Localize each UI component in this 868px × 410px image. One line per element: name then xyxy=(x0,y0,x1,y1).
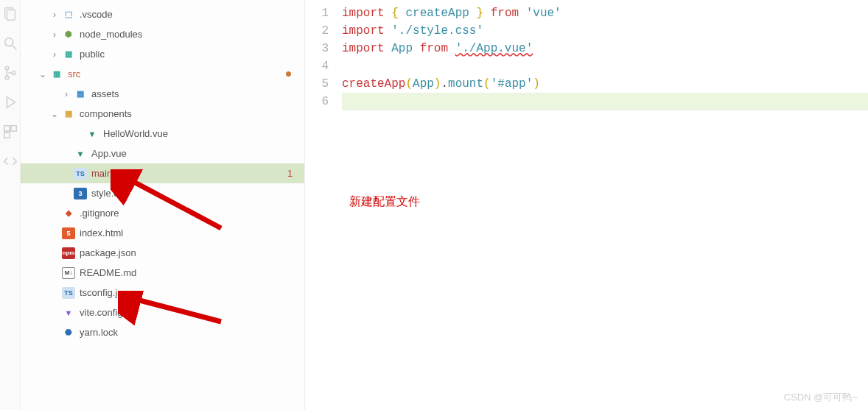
code-line-5: createApp(App).mount('#app') xyxy=(342,75,868,93)
tree-label: node_modules xyxy=(80,29,297,40)
tree-item-index-html[interactable]: 5index.html xyxy=(21,223,304,243)
tree-item-main-ts[interactable]: TSmain.ts1 xyxy=(21,163,304,183)
html-icon: 5 xyxy=(62,227,75,239)
watermark: CSDN @可可鸭~ xyxy=(784,391,858,404)
tree-label: style.css xyxy=(91,188,297,199)
chevron-icon xyxy=(49,287,60,299)
chevron-icon: › xyxy=(49,9,60,21)
tree-item-HelloWorld-vue[interactable]: ▼HelloWorld.vue xyxy=(21,124,304,144)
svg-rect-8 xyxy=(4,126,9,131)
tree-label: .vscode xyxy=(80,9,297,20)
tree-label: package.json xyxy=(80,247,297,258)
ts-icon: TS xyxy=(74,168,87,180)
tree-label: App.vue xyxy=(91,148,297,159)
tree-item-package-json[interactable]: npmpackage.json xyxy=(21,243,304,263)
tree-item-src[interactable]: ⌄▦src xyxy=(21,64,304,84)
tree-item-style-css[interactable]: 3style.css xyxy=(21,183,304,203)
explorer-icon[interactable] xyxy=(2,6,18,22)
svg-rect-1 xyxy=(7,10,15,21)
git-icon: ◆ xyxy=(62,208,75,219)
npm-icon: npm xyxy=(62,247,75,259)
tree-item-components[interactable]: ⌄▦components xyxy=(21,104,304,124)
node-icon: ⬢ xyxy=(62,29,75,40)
code-line-6 xyxy=(342,93,868,110)
code-line-3: import App from './App.vue' xyxy=(342,40,868,57)
tree-label: index.html xyxy=(80,227,297,238)
tree-item-yarn-lock[interactable]: ⬣yarn.lock xyxy=(21,322,304,342)
svg-point-5 xyxy=(5,76,9,79)
chevron-icon: › xyxy=(49,49,60,60)
tree-label: tsconfig.json xyxy=(80,287,297,298)
tree-label: .gitignore xyxy=(80,208,297,219)
chevron-icon: ⌄ xyxy=(37,68,49,80)
tree-label: README.md xyxy=(80,267,297,278)
ts-icon: TS xyxy=(62,287,75,299)
tree-item-node-modules[interactable]: ›⬢node_modules xyxy=(21,24,304,44)
tree-item-assets[interactable]: ›▦assets xyxy=(21,84,304,104)
code-line-2: import './style.css' xyxy=(342,22,868,40)
tree-item--gitignore[interactable]: ◆.gitignore xyxy=(21,203,304,223)
search-icon[interactable] xyxy=(2,35,18,52)
code-line-1: import { createApp } from 'vue' xyxy=(342,4,868,22)
tree-label: main.ts xyxy=(91,168,297,179)
svg-rect-10 xyxy=(4,132,9,138)
vue-icon: ▼ xyxy=(85,128,99,140)
modified-indicator xyxy=(286,71,291,77)
tree-label: src xyxy=(68,68,297,79)
extensions-icon[interactable] xyxy=(2,124,18,140)
editor-area: 123456 import { createApp } from 'vue' i… xyxy=(305,0,868,410)
line-number: 3 xyxy=(305,40,329,57)
chevron-icon xyxy=(60,168,72,180)
tree-item-App-vue[interactable]: ▼App.vue xyxy=(21,144,304,163)
code-line-4 xyxy=(342,57,868,75)
line-number: 4 xyxy=(305,57,329,75)
vscode-icon: ⬚ xyxy=(62,9,75,21)
tree-item-vite-config-ts[interactable]: ▼vite.config.ts xyxy=(21,303,304,322)
svg-marker-7 xyxy=(7,97,15,108)
svg-rect-9 xyxy=(10,126,15,131)
chevron-icon xyxy=(60,188,72,199)
error-count: 1 xyxy=(287,169,293,179)
tree-label: vite.config.ts xyxy=(80,307,297,318)
yarn-icon: ⬣ xyxy=(62,327,75,339)
run-debug-icon[interactable] xyxy=(2,94,18,110)
tree-label: yarn.lock xyxy=(80,327,297,338)
src-icon: ▦ xyxy=(50,68,63,80)
line-number: 6 xyxy=(305,93,329,110)
code-content[interactable]: import { createApp } from 'vue' import '… xyxy=(342,0,868,410)
chevron-icon: › xyxy=(60,88,72,100)
chevron-icon xyxy=(49,208,60,219)
tree-item-public[interactable]: ›▦public xyxy=(21,44,304,64)
svg-point-4 xyxy=(5,66,9,70)
vue-icon: ▼ xyxy=(74,148,87,160)
tree-label: public xyxy=(80,49,297,60)
line-number: 5 xyxy=(305,75,329,93)
tree-item-README-md[interactable]: M↓README.md xyxy=(21,263,304,283)
annotation-text: 新建配置文件 xyxy=(349,193,420,211)
chevron-icon xyxy=(60,148,72,160)
file-explorer: ›⬚.vscode›⬢node_modules›▦public⌄▦src›▦as… xyxy=(21,0,305,410)
public-icon: ▦ xyxy=(62,49,75,60)
source-control-icon[interactable] xyxy=(2,65,18,81)
activity-bar xyxy=(0,0,21,410)
remote-icon[interactable] xyxy=(2,153,18,169)
line-number-gutter: 123456 xyxy=(305,0,342,410)
chevron-icon xyxy=(49,327,60,339)
chevron-icon xyxy=(49,247,60,259)
chevron-icon xyxy=(49,227,60,239)
tree-label: assets xyxy=(91,88,297,99)
tree-label: HelloWorld.vue xyxy=(103,128,297,139)
md-icon: M↓ xyxy=(62,267,75,279)
svg-point-6 xyxy=(12,71,15,75)
line-number: 1 xyxy=(305,4,329,22)
tree-item-tsconfig-json[interactable]: TStsconfig.json xyxy=(21,283,304,303)
components-icon: ▦ xyxy=(62,108,75,120)
chevron-icon xyxy=(49,307,60,319)
chevron-icon: ⌄ xyxy=(49,108,60,120)
line-number: 2 xyxy=(305,22,329,40)
svg-line-3 xyxy=(12,46,16,50)
svg-point-2 xyxy=(4,38,13,46)
css-icon: 3 xyxy=(74,188,87,199)
tree-item--vscode[interactable]: ›⬚.vscode xyxy=(21,4,304,24)
chevron-icon xyxy=(49,267,60,279)
